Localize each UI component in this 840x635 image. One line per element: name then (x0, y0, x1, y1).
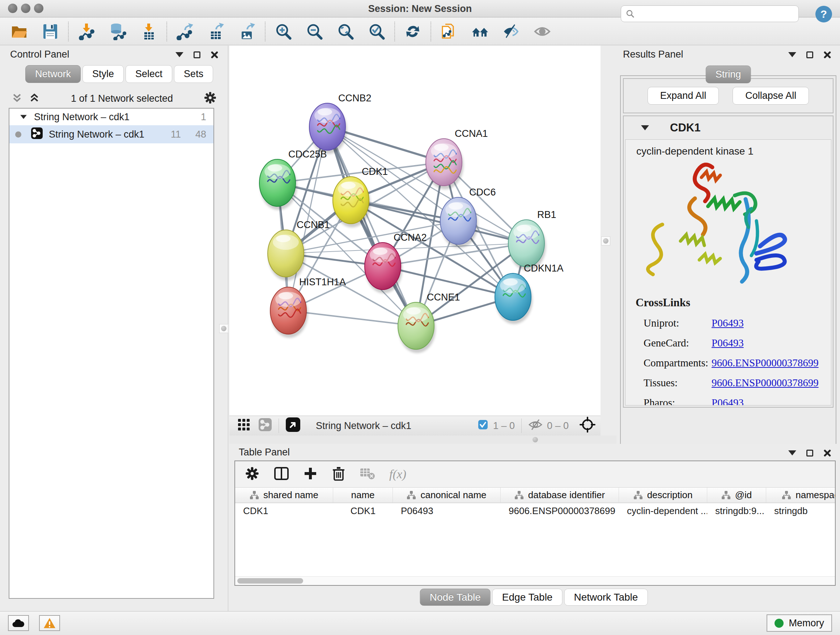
crosslinks-section: CrossLinks Uniprot:P06493GeneCard:P06493… (625, 296, 831, 405)
network-selected-status: 1 of 1 Network selected (41, 93, 203, 104)
table-toolbar: f(x) (235, 461, 835, 487)
network-node-CCNE1[interactable]: CCNE1 (398, 292, 460, 353)
tab-network-table[interactable]: Network Table (564, 589, 647, 606)
zoom-out-icon[interactable] (305, 22, 324, 41)
collection-expander-icon[interactable] (20, 115, 27, 119)
panel-float-icon[interactable] (806, 450, 813, 456)
node-label: HIST1H1A (299, 277, 346, 287)
entry-header[interactable]: CDK1 (624, 116, 833, 139)
panel-float-icon[interactable] (194, 51, 201, 58)
tab-edge-table[interactable]: Edge Table (493, 589, 562, 606)
export-table-icon[interactable] (206, 22, 226, 41)
network-options-gear-icon[interactable] (203, 91, 217, 106)
column-header-label: database identifier (528, 489, 605, 501)
table-row[interactable]: CDK1CDK1P064939606.ENSP00000378699cyclin… (235, 503, 835, 518)
crosslink-link[interactable]: P06493 (712, 337, 744, 349)
help-icon[interactable]: ? (815, 5, 833, 23)
search-input[interactable] (635, 8, 794, 19)
navigator-icon[interactable] (286, 417, 301, 435)
network-snapshot-icon[interactable] (439, 22, 459, 41)
crosslink-row: Uniprot:P06493 (644, 317, 831, 329)
collection-label: String Network – cdk1 (34, 111, 129, 123)
column-header-canonical-name[interactable]: canonical name (393, 488, 501, 502)
panel-menu-icon[interactable] (788, 52, 796, 57)
apply-layout-icon[interactable] (403, 22, 423, 41)
import-table-file-icon[interactable] (139, 22, 158, 41)
share-view-icon[interactable] (258, 418, 272, 434)
crosslink-link[interactable]: P06493 (712, 317, 744, 329)
zoom-fit-icon[interactable] (336, 22, 355, 41)
collapse-all-icon[interactable] (11, 92, 23, 105)
network-node-HIST1H1A[interactable]: HIST1H1A (270, 277, 346, 338)
network-node-CDC6[interactable]: CDC6 (440, 187, 496, 248)
hide-selected-icon[interactable] (501, 22, 521, 41)
column-header-description[interactable]: description (619, 488, 707, 502)
export-image-icon[interactable] (237, 22, 257, 41)
tab-string[interactable]: String (706, 65, 751, 83)
collapse-all-button[interactable]: Collapse All (733, 87, 809, 105)
tab-node-table[interactable]: Node Table (420, 589, 491, 606)
crosslink-label: Compartments: (644, 357, 712, 369)
search-field[interactable] (621, 5, 799, 22)
cloud-button[interactable] (8, 615, 29, 631)
tab-style[interactable]: Style (82, 65, 124, 83)
scrollbar-thumb[interactable] (237, 578, 303, 584)
panel-menu-icon[interactable] (175, 52, 183, 57)
network-node-CCNA2[interactable]: CCNA2 (365, 232, 427, 293)
crosslink-link[interactable]: P06493 (712, 397, 744, 405)
tab-sets[interactable]: Sets (174, 65, 213, 83)
panel-close-icon[interactable] (823, 449, 831, 457)
network-node-CCNB1[interactable]: CCNB1 (268, 219, 330, 280)
save-session-icon[interactable] (41, 22, 60, 41)
tab-network[interactable]: Network (25, 65, 81, 83)
hidden-eye-icon[interactable] (528, 418, 543, 433)
add-column-icon[interactable] (303, 466, 317, 482)
import-network-file-icon[interactable] (77, 22, 96, 41)
import-network-database-icon[interactable] (108, 22, 127, 41)
panel-close-icon[interactable] (210, 51, 218, 59)
crosslink-link[interactable]: 9606.ENSP00000378699 (712, 377, 819, 389)
crosslink-link[interactable]: 9606.ENSP00000378699 (712, 357, 819, 369)
table-cell: CDK1 (235, 503, 333, 518)
node-label: CDC25B (288, 149, 327, 160)
entry-expander-icon[interactable] (641, 125, 649, 130)
table-horizontal-scrollbar[interactable] (235, 576, 835, 585)
network-row-selected[interactable]: String Network – cdk1 11 48 (9, 125, 213, 143)
network-collection-row[interactable]: String Network – cdk1 1 (9, 109, 213, 125)
column-header-namespace[interactable]: namespace (766, 488, 835, 502)
grid-view-icon[interactable] (237, 418, 250, 434)
network-node-CCNB2[interactable]: CCNB2 (309, 93, 371, 154)
network-view-toolbar: String Network – cdk1 1 – 0 0 – 0 (229, 416, 600, 435)
show-graphics-details-icon[interactable] (470, 22, 490, 41)
column-header--id[interactable]: @id (707, 488, 766, 502)
memory-button[interactable]: Memory (767, 614, 832, 632)
column-header-name[interactable]: name (333, 488, 393, 502)
panel-menu-icon[interactable] (788, 450, 796, 455)
zoom-in-icon[interactable] (273, 22, 293, 41)
network-node-RB1[interactable]: RB1 (508, 209, 556, 271)
table-settings-gear-icon[interactable] (245, 466, 260, 483)
warnings-button[interactable] (39, 615, 60, 631)
panel-close-icon[interactable] (823, 51, 831, 59)
tab-select[interactable]: Select (126, 65, 172, 83)
left-splitter-handle[interactable] (219, 324, 228, 333)
crosslink-label: Uniprot: (644, 317, 712, 329)
delete-column-icon[interactable] (332, 466, 346, 483)
crosslink-row: Tissues:9606.ENSP00000378699 (644, 377, 831, 389)
selected-checkbox-icon[interactable] (478, 420, 488, 432)
network-node-CCNA1[interactable]: CCNA1 (426, 128, 488, 189)
show-columns-icon[interactable] (273, 466, 289, 483)
crosshair-icon[interactable] (579, 417, 595, 435)
zoom-selected-icon[interactable] (367, 22, 386, 41)
open-session-icon[interactable] (9, 22, 29, 41)
network-node-CDKN1A[interactable]: CDKN1A (495, 263, 564, 324)
expand-all-icon[interactable] (28, 92, 41, 105)
column-header-database-identifier[interactable]: database identifier (501, 488, 619, 502)
network-view[interactable]: CCNB2CCNA1CDC25BCDK1CDC6RB1CCNB1CCNA2CDK… (229, 46, 600, 416)
export-network-icon[interactable] (175, 22, 195, 41)
expand-all-button[interactable]: Expand All (647, 87, 719, 105)
right-splitter-handle[interactable] (601, 236, 610, 245)
column-header-shared-name[interactable]: shared name (235, 488, 333, 502)
panel-float-icon[interactable] (806, 51, 813, 58)
delete-table-icon (360, 466, 376, 482)
